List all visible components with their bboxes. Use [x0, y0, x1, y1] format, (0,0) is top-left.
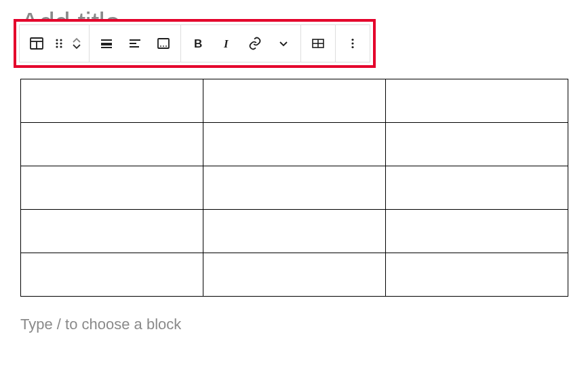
content-table[interactable]: [20, 79, 568, 297]
svg-point-26: [351, 46, 353, 48]
table-cell[interactable]: [386, 123, 568, 166]
svg-point-4: [60, 39, 62, 41]
svg-text:I: I: [223, 37, 229, 50]
svg-point-18: [165, 45, 167, 47]
table-row: [21, 210, 568, 253]
toolbar-group-block: [20, 25, 90, 62]
table-cell[interactable]: [386, 210, 568, 253]
edit-table-icon[interactable]: [304, 27, 332, 60]
svg-point-16: [160, 45, 161, 47]
block-toolbar: B I: [19, 24, 370, 62]
svg-rect-11: [101, 47, 112, 48]
alignment-icon[interactable]: [92, 27, 121, 60]
table-row: [21, 79, 568, 123]
move-up-down[interactable]: [67, 27, 86, 60]
svg-text:B: B: [194, 37, 202, 50]
svg-point-8: [60, 45, 62, 48]
table-cell[interactable]: [386, 79, 568, 123]
table-cell[interactable]: [203, 210, 386, 253]
svg-rect-9: [101, 39, 112, 41]
svg-rect-10: [101, 43, 112, 45]
svg-point-24: [351, 39, 353, 41]
table-cell[interactable]: [386, 166, 568, 210]
drag-handle-icon[interactable]: [51, 27, 67, 60]
block-appender-prompt[interactable]: Type / to choose a block: [20, 316, 568, 333]
table-cell[interactable]: [21, 123, 203, 166]
table-cell[interactable]: [386, 253, 568, 297]
table-body: [21, 79, 568, 297]
table-cell[interactable]: [21, 253, 203, 297]
svg-rect-14: [130, 46, 139, 48]
italic-button[interactable]: I: [212, 27, 241, 60]
table-block[interactable]: [20, 79, 568, 297]
text-align-icon[interactable]: [121, 27, 149, 60]
toolbar-group-align: [90, 25, 181, 62]
chevron-down-icon: [71, 43, 82, 50]
table-cell[interactable]: [21, 79, 203, 123]
svg-rect-15: [158, 39, 169, 48]
svg-point-17: [163, 45, 164, 47]
table-row: [21, 166, 568, 210]
table-cell[interactable]: [203, 79, 386, 123]
link-button[interactable]: [241, 27, 269, 60]
bold-button[interactable]: B: [184, 27, 212, 60]
svg-point-6: [60, 42, 62, 44]
svg-rect-13: [130, 43, 136, 44]
svg-point-5: [56, 42, 58, 44]
more-richtext-dropdown[interactable]: [269, 27, 298, 60]
svg-point-3: [56, 39, 58, 41]
svg-rect-12: [130, 39, 140, 41]
table-row: [21, 253, 568, 297]
toolbar-highlight-box: B I: [14, 19, 376, 68]
options-button[interactable]: [338, 27, 367, 60]
table-cell[interactable]: [203, 166, 386, 210]
table-cell[interactable]: [21, 210, 203, 253]
toolbar-group-format: B I: [181, 25, 301, 62]
table-cell[interactable]: [203, 123, 386, 166]
table-row: [21, 123, 568, 166]
table-block-icon[interactable]: [22, 27, 51, 60]
svg-point-25: [351, 42, 353, 44]
toolbar-group-table: [301, 25, 336, 62]
svg-point-7: [56, 45, 58, 48]
table-cell[interactable]: [21, 166, 203, 210]
toolbar-group-options: [336, 25, 370, 62]
caption-icon[interactable]: [149, 27, 178, 60]
table-cell[interactable]: [203, 253, 386, 297]
